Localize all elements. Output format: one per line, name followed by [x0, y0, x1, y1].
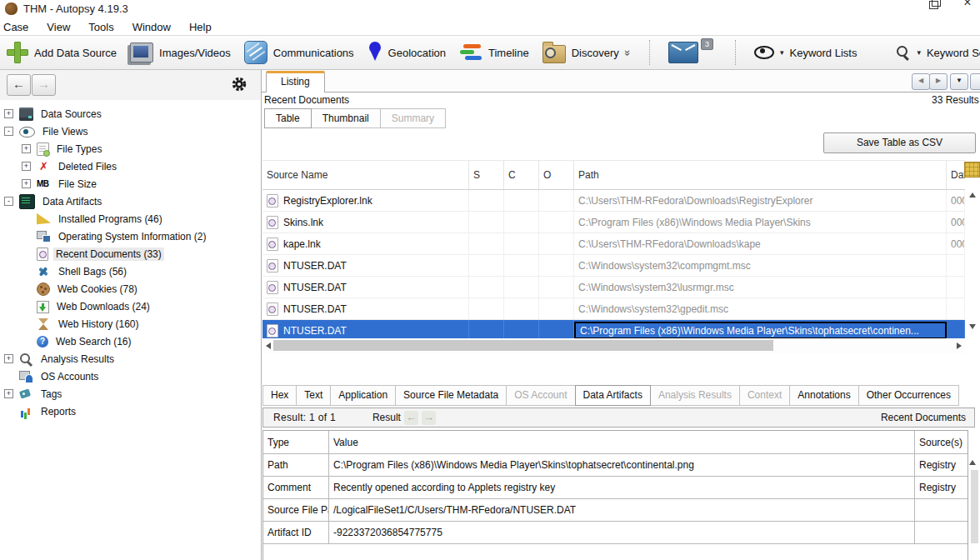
tree-item-web-downloads[interactable]: Web Downloads (24) [0, 298, 261, 315]
keyword-lists-button[interactable]: ▾ Keyword Lists [748, 38, 863, 68]
result-count: 33 Results [932, 94, 980, 106]
table-row[interactable]: Skins.lnk C:\Program Files (x86)\Windows… [262, 212, 965, 233]
document-icon [267, 216, 278, 229]
scroll-up-arrow[interactable] [969, 460, 976, 465]
tree-item-installed-programs[interactable]: Installed Programs (46) [0, 210, 261, 228]
table-row[interactable]: NTUSER.DAT C:\Windows\system32\compmgmt.… [262, 255, 965, 277]
maximize-button[interactable] [927, 0, 940, 9]
column-path[interactable]: Path [574, 161, 947, 189]
scroll-right-arrow[interactable] [957, 342, 962, 349]
scroll-up-arrow[interactable] [969, 192, 976, 198]
tree-item-tags[interactable]: + Tags [0, 385, 261, 402]
tree-item-data-sources[interactable]: + Data Sources [0, 105, 261, 122]
column-c[interactable]: C [504, 161, 539, 189]
expander-icon[interactable]: + [22, 144, 31, 153]
tree-item-web-search[interactable]: ? Web Search (16) [0, 332, 261, 350]
timeline-button[interactable]: Timeline [452, 38, 536, 68]
geolocation-button[interactable]: Geolocation [361, 38, 452, 68]
horizontal-scrollbar[interactable] [262, 338, 965, 353]
table-row[interactable]: RegistryExplorer.lnk C:\Users\THM-RFedor… [262, 190, 965, 212]
tree-item-recent-documents[interactable]: Recent Documents (33) [0, 245, 261, 262]
gear-icon[interactable] [231, 76, 248, 92]
close-button[interactable]: × [960, 0, 975, 10]
column-value[interactable]: Value [329, 431, 915, 453]
tree-item-shell-bags[interactable]: Shell Bags (56) [0, 262, 261, 280]
column-sources[interactable]: Source(s) [915, 431, 968, 453]
menu-help[interactable]: Help [180, 21, 221, 33]
tab-annotations[interactable]: Annotations [789, 385, 858, 406]
menu-view[interactable]: View [38, 21, 79, 33]
menu-tools[interactable]: Tools [79, 21, 122, 33]
data-sources-icon [19, 108, 33, 121]
tab-table[interactable]: Table [264, 108, 312, 128]
scroll-tabs-right-button[interactable]: ▶ [929, 73, 948, 90]
recent-documents-icon [37, 248, 48, 261]
tree-item-web-cookies[interactable]: Web Cookies (78) [0, 280, 261, 298]
expander-icon[interactable]: + [4, 354, 13, 363]
tree-item-analysis-results[interactable]: + Analysis Results [0, 350, 261, 368]
tab-application[interactable]: Application [330, 385, 396, 406]
communications-button[interactable]: Communications [238, 38, 361, 68]
file-views-icon [19, 127, 35, 138]
tab-thumbnail[interactable]: Thumbnail [311, 108, 381, 128]
menu-case[interactable]: Case [0, 21, 38, 33]
expander-icon[interactable]: + [22, 179, 31, 188]
file-types-icon [37, 142, 49, 156]
tab-source-file-metadata[interactable]: Source File Metadata [395, 385, 507, 406]
column-type[interactable]: Type [263, 431, 329, 453]
tab-hex[interactable]: Hex [262, 385, 297, 406]
tree-item-file-types[interactable]: + File Types [0, 140, 261, 158]
column-o[interactable]: O [539, 161, 574, 189]
expander-icon[interactable]: + [4, 389, 13, 398]
column-date[interactable]: Dat [947, 161, 965, 189]
save-table-csv-button[interactable]: Save Table as CSV [823, 132, 976, 153]
expander-icon[interactable]: + [22, 162, 31, 171]
scrollbar-thumb[interactable] [273, 340, 773, 351]
next-result-button[interactable]: → [422, 411, 436, 425]
column-s[interactable]: S [469, 161, 504, 189]
back-button[interactable]: ← [7, 74, 31, 96]
expander-icon[interactable]: + [4, 109, 13, 118]
artifact-row-comment[interactable]: Comment Recently opened according to App… [263, 477, 968, 499]
tab-other-occurrences[interactable]: Other Occurrences [858, 385, 959, 406]
tab-context: Context [739, 385, 790, 406]
tree-item-data-artifacts[interactable]: - Data Artifacts [0, 192, 261, 210]
expander-icon[interactable]: - [4, 197, 13, 206]
expander-icon[interactable]: - [4, 127, 13, 136]
column-settings-icon[interactable] [964, 162, 980, 178]
tree-item-file-views[interactable]: - File Views [0, 122, 261, 140]
table-row[interactable]: NTUSER.DAT C:\Windows\system32\lusrmgr.m… [262, 277, 965, 298]
add-data-source-button[interactable]: Add Data Source [0, 38, 123, 68]
tree-item-os-accounts[interactable]: OS Accounts [0, 368, 261, 385]
maximize-panel-button[interactable] [970, 73, 980, 90]
discovery-button[interactable]: Discovery » [536, 38, 638, 68]
tab-summary: Summary [380, 108, 446, 128]
table-row[interactable]: NTUSER.DAT C:\Windows\system32\gpedit.ms… [262, 298, 965, 320]
column-source-name[interactable]: Source Name [262, 161, 469, 189]
tree-item-deleted-files[interactable]: + ✗ Deleted Files [0, 158, 261, 175]
artifact-row-artifact-id[interactable]: Artifact ID -9223372036854775775 [263, 522, 968, 544]
scroll-tabs-left-button[interactable]: ◀ [912, 73, 930, 90]
artifact-row-source-file-path[interactable]: Source File Pa /LogicalFileSet1/C/Users/… [263, 499, 968, 522]
scroll-down-arrow[interactable] [969, 324, 976, 329]
table-row[interactable]: kape.lnk C:\Users\THM-RFedora\Downloads\… [262, 233, 965, 255]
previous-result-button[interactable]: ← [404, 411, 418, 425]
tab-list-dropdown-button[interactable]: ▼ [950, 73, 968, 90]
menu-bar: Case View Tools Window Help [0, 18, 980, 35]
scrollbar-thumb[interactable] [971, 470, 978, 543]
forward-button[interactable]: → [32, 74, 56, 96]
tree-item-web-history[interactable]: Web History (160) [0, 315, 261, 332]
images-videos-button[interactable]: Images/Videos [123, 38, 238, 68]
tree-item-os-information[interactable]: Operating System Information (2) [0, 228, 261, 245]
tab-data-artifacts[interactable]: Data Artifacts [575, 385, 651, 406]
listing-title: Recent Documents [264, 94, 349, 106]
tab-listing[interactable]: Listing [266, 71, 325, 92]
tree-item-file-size[interactable]: + MB File Size [0, 175, 261, 192]
tab-text[interactable]: Text [296, 385, 331, 406]
scroll-left-arrow[interactable] [266, 342, 271, 349]
artifact-row-path[interactable]: Path C:\Program Files (x86)\Windows Medi… [263, 454, 968, 477]
tree-item-reports[interactable]: Reports [0, 402, 261, 420]
menu-window[interactable]: Window [123, 21, 180, 33]
messages-button[interactable]: 3 [662, 38, 723, 68]
keyword-search-button[interactable]: ▾ Keyword Search [890, 38, 980, 68]
